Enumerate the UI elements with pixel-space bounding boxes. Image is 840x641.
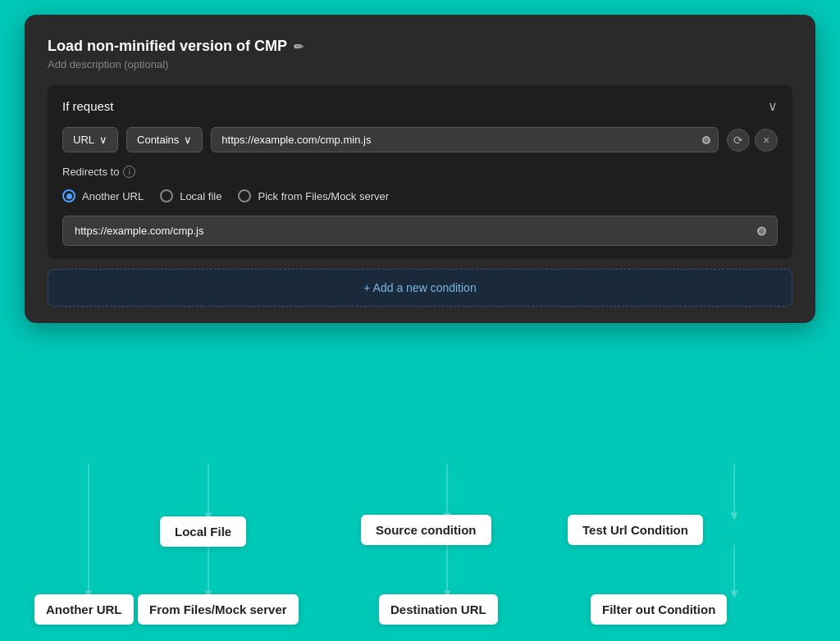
- radio-pick-files[interactable]: Pick from Files/Mock server: [238, 189, 389, 202]
- annotation-area: Local File Source condition Test Url Con…: [0, 463, 840, 641]
- source-condition-dot: [702, 136, 710, 144]
- contains-chevron-icon: ∨: [184, 134, 192, 146]
- edit-icon[interactable]: ✏: [294, 40, 304, 53]
- destination-url-label: Destination URL: [379, 594, 498, 625]
- radio-local-file-label: Local file: [180, 190, 221, 202]
- if-request-header: If request ∨: [62, 98, 778, 114]
- add-condition-label: + Add a new condition: [363, 281, 476, 294]
- card-subtitle: Add description (optional): [48, 58, 792, 70]
- destination-url-dot: [757, 226, 766, 235]
- redirects-label: Redirects to: [62, 166, 119, 178]
- test-url-btn[interactable]: ⟳: [727, 129, 750, 152]
- if-request-section: If request ∨ URL ∨ Contains ∨ ⟳ × Redire…: [48, 85, 792, 259]
- filter-out-label: Filter out Condition: [591, 594, 727, 625]
- redirect-url-wrap: [62, 216, 778, 246]
- test-url-condition-label: Test Url Condition: [568, 515, 703, 545]
- main-card: Load non-minified version of CMP ✏ Add d…: [25, 15, 815, 323]
- source-url-wrap: [211, 127, 719, 152]
- source-condition-label: Source condition: [361, 515, 491, 545]
- radio-pick-files-circle[interactable]: [238, 189, 251, 202]
- card-title-row: Load non-minified version of CMP ✏: [48, 38, 792, 55]
- add-condition-bar[interactable]: + Add a new condition: [48, 269, 792, 307]
- chevron-down-icon[interactable]: ∨: [768, 98, 778, 114]
- local-file-label: Local File: [160, 516, 246, 547]
- radio-options: Another URL Local file Pick from Files/M…: [62, 189, 778, 202]
- url-dropdown[interactable]: URL ∨: [62, 127, 118, 152]
- url-chevron-icon: ∨: [99, 134, 107, 146]
- card-title: Load non-minified version of CMP: [48, 38, 287, 55]
- condition-row: URL ∨ Contains ∨ ⟳ ×: [62, 127, 778, 152]
- if-request-label: If request: [62, 99, 114, 113]
- row-actions: ⟳ ×: [727, 129, 778, 152]
- redirect-url-input[interactable]: [62, 216, 778, 246]
- radio-another-url[interactable]: Another URL: [62, 189, 144, 202]
- radio-another-url-circle[interactable]: [62, 189, 75, 202]
- source-url-input[interactable]: [211, 127, 719, 152]
- radio-pick-files-label: Pick from Files/Mock server: [258, 190, 389, 202]
- radio-local-file[interactable]: Local file: [160, 189, 221, 202]
- radio-another-url-label: Another URL: [82, 190, 144, 202]
- filter-out-btn[interactable]: ×: [755, 129, 778, 152]
- info-icon[interactable]: i: [123, 166, 135, 178]
- redirects-label-row: Redirects to i: [62, 166, 778, 178]
- contains-dropdown[interactable]: Contains ∨: [126, 127, 203, 152]
- another-url-label: Another URL: [34, 594, 134, 625]
- radio-local-file-circle[interactable]: [160, 189, 173, 202]
- from-files-label: From Files/Mock server: [138, 594, 299, 625]
